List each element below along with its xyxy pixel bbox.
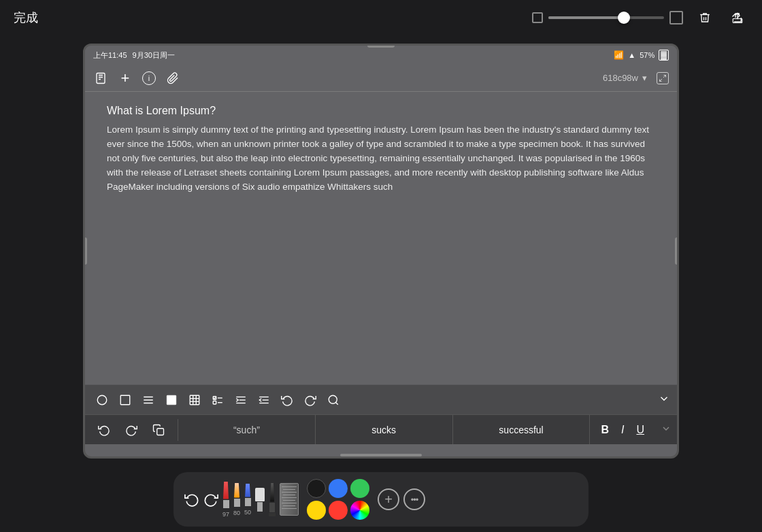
redo-button[interactable]: [300, 390, 320, 410]
ink-pen-tool[interactable]: [269, 483, 276, 516]
delete-button[interactable]: [694, 7, 716, 29]
rect-tool-button[interactable]: [115, 390, 135, 410]
table-icon: [188, 394, 201, 406]
trash-icon: [699, 12, 711, 24]
autocomplete-suggestion-1[interactable]: “such”: [178, 415, 316, 444]
color-red[interactable]: [329, 501, 348, 520]
search-button[interactable]: [323, 390, 344, 410]
add-color-button[interactable]: +: [378, 488, 399, 510]
suggestion-1-text: “such”: [233, 425, 260, 435]
battery-icon: ▓: [659, 50, 669, 61]
share-button[interactable]: [727, 7, 748, 29]
note-body[interactable]: Lorem Ipsum is simply dummy text of the …: [107, 123, 655, 195]
circle-icon: [96, 394, 108, 406]
red-pen-tip: [223, 482, 229, 499]
italic-button[interactable]: I: [618, 422, 627, 437]
undo-arrow-icon: [98, 424, 110, 436]
keyboard-chevron-button[interactable]: [655, 423, 677, 437]
undo-button[interactable]: [277, 390, 297, 410]
lines-icon: [142, 394, 154, 406]
autocomplete-suggestion-2[interactable]: sucks: [316, 415, 453, 444]
right-resize-handle[interactable]: [675, 237, 679, 265]
svg-rect-8: [120, 395, 130, 405]
color-yellow[interactable]: [307, 501, 326, 520]
filled-tool-button[interactable]: [161, 390, 182, 410]
svg-rect-1: [97, 73, 105, 83]
redo-arrow-icon: [125, 424, 137, 436]
ruler-tool[interactable]: [280, 483, 299, 516]
version-badge[interactable]: 618c98w ▾: [603, 73, 647, 83]
add-button[interactable]: +: [118, 71, 133, 86]
autocomplete-suggestion-3[interactable]: successful: [453, 415, 591, 444]
new-note-button[interactable]: [93, 71, 108, 86]
lines-tool-button[interactable]: [138, 390, 159, 410]
autocomplete-redo-button[interactable]: [120, 419, 142, 441]
yellow-pen-tool[interactable]: 80: [233, 483, 240, 516]
yellow-pen-label: 80: [233, 510, 240, 516]
blue-pen-tool[interactable]: 50: [244, 484, 251, 516]
ipad-frame: 上午11:45 9月30日周一 📶 ▲ 57% ▓ + i: [83, 44, 679, 459]
search-icon: [327, 394, 339, 406]
signal-icon: ▲: [628, 51, 635, 59]
drawing-toolbar: 97 80 50: [173, 472, 589, 527]
zoom-slider-thumb[interactable]: [618, 12, 630, 24]
indent-button[interactable]: [231, 390, 251, 410]
more-button[interactable]: •••: [403, 488, 425, 510]
note-content[interactable]: What is Lorem Ipsum? Lorem Ipsum is simp…: [85, 92, 677, 384]
copy-button[interactable]: [148, 419, 169, 441]
paperclip-icon: [167, 72, 179, 84]
left-resize-handle[interactable]: [83, 237, 87, 265]
eraser-body: [257, 502, 263, 512]
autocomplete-bar: “such” sucks successful B I U: [85, 414, 677, 444]
red-pen-label: 97: [222, 511, 229, 518]
zoom-max-icon: [669, 11, 683, 24]
autocomplete-undo-button[interactable]: [93, 419, 115, 441]
done-button[interactable]: 完成: [14, 10, 38, 26]
status-time: 上午11:45: [93, 50, 127, 61]
bold-button[interactable]: B: [598, 422, 612, 437]
color-green[interactable]: [350, 479, 369, 498]
color-multicolor[interactable]: [350, 501, 369, 520]
expand-button[interactable]: [657, 72, 669, 84]
add-icon: +: [384, 492, 393, 508]
wifi-icon: 📶: [614, 50, 624, 60]
top-resize-handle[interactable]: [367, 44, 395, 48]
color-blue[interactable]: [329, 479, 348, 498]
outdent-icon: [258, 394, 270, 406]
draw-redo-button[interactable]: [203, 492, 218, 507]
eraser-tool[interactable]: [255, 488, 265, 512]
underline-button[interactable]: U: [633, 422, 647, 437]
table-button[interactable]: [184, 390, 205, 410]
outdent-button[interactable]: [254, 390, 274, 410]
copy-icon: [152, 424, 165, 436]
redo-icon: [304, 394, 316, 406]
red-pen-tool[interactable]: 97: [222, 482, 229, 518]
version-label: 618c98w: [603, 73, 638, 83]
svg-line-5: [663, 75, 666, 78]
info-icon: i: [148, 74, 150, 82]
red-pen-body: [223, 500, 229, 508]
zoom-slider-container: [532, 11, 683, 24]
indent-icon: [235, 394, 247, 406]
blue-pen-tip: [245, 484, 250, 497]
document-icon: [95, 72, 107, 84]
svg-point-28: [329, 395, 337, 403]
svg-line-6: [660, 79, 663, 82]
collapse-button[interactable]: [658, 393, 670, 408]
color-black[interactable]: [307, 479, 326, 498]
text-style-buttons: B I U: [590, 422, 655, 437]
svg-point-7: [97, 395, 107, 405]
color-swatches: [307, 479, 369, 520]
svg-rect-30: [157, 428, 164, 435]
attach-button[interactable]: [165, 71, 180, 86]
draw-undo-button[interactable]: [184, 492, 199, 507]
blue-pen-body: [245, 498, 251, 506]
undo-icon: [281, 394, 293, 406]
zoom-slider[interactable]: [548, 16, 664, 19]
draw-redo-icon: [203, 492, 218, 507]
circle-tool-button[interactable]: [92, 390, 112, 410]
info-button[interactable]: i: [142, 71, 156, 85]
zoom-min-icon: [532, 12, 543, 23]
expand-icon: [659, 74, 667, 82]
checklist-button[interactable]: [208, 390, 228, 410]
